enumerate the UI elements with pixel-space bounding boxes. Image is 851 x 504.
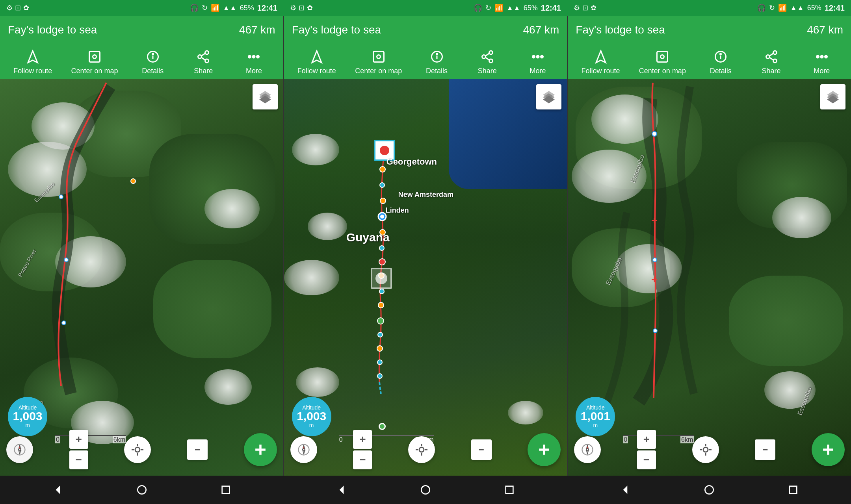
status-right-2: 🎧 ↻ 📶 ▲▲ 65% 12:41	[474, 4, 561, 13]
home-button-2[interactable]	[416, 480, 435, 500]
time-2: 12:41	[541, 4, 561, 13]
nav-panel-2	[284, 476, 567, 504]
svg-point-57	[378, 302, 384, 308]
svg-line-40	[485, 53, 489, 56]
map-controls-2: + − −	[284, 430, 567, 469]
toolbar-center-1[interactable]: Center on map	[71, 48, 118, 75]
svg-line-9	[201, 53, 205, 56]
recents-button-3[interactable]	[783, 480, 803, 500]
waypoint-box-2	[371, 268, 392, 289]
follow-route-icon-1	[24, 48, 41, 65]
compass-button-2[interactable]	[290, 436, 317, 463]
svg-marker-116	[623, 485, 627, 494]
recents-button-1[interactable]	[216, 480, 236, 500]
compass-button-3[interactable]	[574, 436, 601, 463]
layers-button-2[interactable]	[536, 84, 561, 109]
back-button-2[interactable]	[332, 480, 351, 500]
map-area-3[interactable]: Essequibo Essequibo Essequibo Altitude 1…	[568, 79, 851, 476]
toolbar-more-2[interactable]: More	[522, 48, 554, 75]
current-location-btn-1[interactable]: −	[187, 439, 208, 460]
svg-marker-31	[312, 51, 321, 63]
home-button-1[interactable]	[132, 480, 152, 500]
toolbar-follow-route-3[interactable]: Follow route	[581, 48, 620, 75]
status-icons-left-3: ⚙ ⊡ ✿	[574, 4, 596, 12]
svg-line-41	[485, 57, 489, 60]
time-1: 12:41	[257, 4, 277, 13]
toolbar-share-2[interactable]: Share	[472, 48, 503, 75]
add-fab-1[interactable]	[244, 433, 277, 466]
zoom-out-3[interactable]: −	[637, 450, 656, 469]
svg-point-56	[379, 289, 384, 294]
svg-point-15	[64, 258, 68, 262]
minus-btn-3[interactable]: −	[755, 439, 775, 460]
zoom-out-2[interactable]: −	[353, 450, 372, 469]
svg-point-2	[93, 55, 97, 58]
layers-icon-3	[826, 90, 840, 104]
home-icon-3	[703, 484, 715, 496]
svg-point-39	[489, 59, 492, 63]
svg-point-51	[380, 215, 384, 219]
toolbar-more-3[interactable]: More	[806, 48, 838, 75]
back-button-1[interactable]	[48, 480, 68, 500]
shield-icon-1: ⚙	[6, 4, 13, 12]
toolbar-details-3[interactable]: Details	[705, 48, 736, 75]
toolbar-share-1[interactable]: Share	[188, 48, 219, 75]
center-label-2: Center on map	[355, 67, 402, 75]
share-label-1: Share	[194, 67, 213, 75]
app-icon-1: ✿	[23, 4, 29, 12]
home-icon-2	[419, 484, 432, 496]
app-header-1: Fay's lodge to sea 467 km	[0, 16, 283, 44]
layers-button-1[interactable]	[253, 84, 278, 109]
toolbar-details-1[interactable]: Details	[137, 48, 169, 75]
svg-marker-22	[19, 445, 21, 450]
zoom-in-3[interactable]: +	[637, 430, 656, 449]
location-button-2[interactable]	[408, 436, 435, 463]
map-area-2[interactable]: Georgetown New Amsterdam Linden Guyana A…	[284, 79, 567, 476]
altitude-unit-1: m	[25, 422, 30, 428]
compass-button-1[interactable]	[6, 436, 33, 463]
zoom-out-1[interactable]: −	[69, 450, 88, 469]
compass-icon-3	[580, 443, 595, 457]
location-button-3[interactable]	[692, 436, 719, 463]
center-icon-3	[654, 48, 671, 65]
svg-point-87	[816, 56, 819, 58]
svg-point-117	[705, 485, 713, 494]
recents-icon-2	[503, 484, 516, 496]
zoom-in-2[interactable]: +	[353, 430, 372, 449]
share-icon-3	[763, 48, 780, 65]
minus-btn-2[interactable]: −	[471, 439, 492, 460]
location-icon-2	[414, 443, 429, 457]
altitude-unit-2: m	[309, 422, 314, 428]
svg-marker-76	[596, 51, 606, 63]
svg-point-83	[766, 55, 769, 58]
toolbar-more-1[interactable]: More	[238, 48, 269, 75]
add-fab-2[interactable]	[528, 433, 561, 466]
sync-icon-2: ↻	[485, 4, 491, 12]
layers-button-3[interactable]	[820, 84, 845, 109]
toolbar-details-2[interactable]: Details	[421, 48, 453, 75]
toolbar-share-3[interactable]: Share	[756, 48, 787, 75]
toolbar-follow-route-1[interactable]: Follow route	[13, 48, 52, 75]
sync-icon-3: ↻	[769, 4, 775, 12]
svg-point-78	[661, 55, 664, 58]
nav-dot-2	[379, 423, 386, 430]
signal-icon-2: ▲▲	[506, 4, 520, 12]
toolbar-center-3[interactable]: Center on map	[639, 48, 686, 75]
battery-2: 65%	[524, 4, 538, 12]
toolbar-center-2[interactable]: Center on map	[355, 48, 402, 75]
more-icon-2	[529, 48, 546, 65]
recents-button-2[interactable]	[500, 480, 519, 500]
home-button-3[interactable]	[699, 480, 719, 500]
zoom-controls-1: + −	[69, 430, 88, 469]
location-icon-1	[130, 443, 145, 457]
zoom-in-1[interactable]: +	[69, 430, 88, 449]
panel-3: Fay's lodge to sea 467 km Follow route C…	[568, 16, 851, 476]
svg-point-44	[541, 56, 543, 58]
map-area-1[interactable]: Essequibo Potaro River Essequibo Altitud…	[0, 79, 283, 476]
add-fab-3[interactable]	[812, 433, 845, 466]
back-button-3[interactable]	[615, 480, 635, 500]
svg-rect-77	[657, 51, 668, 62]
location-button-1[interactable]	[124, 436, 151, 463]
toolbar-follow-route-2[interactable]: Follow route	[297, 48, 336, 75]
svg-point-13	[257, 56, 259, 58]
